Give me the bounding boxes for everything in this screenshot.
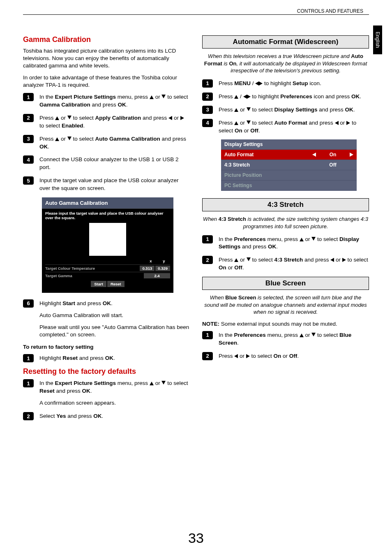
right-icon [247, 95, 251, 99]
right-icon [346, 121, 350, 125]
right-icon [246, 354, 250, 358]
af-step-1-text: Press MENU / to highlight Setup icon. [219, 79, 321, 88]
af-step-2: 2 Press / to highlight Preferences icon … [202, 93, 369, 101]
osd-row2-label: Target Gamma [45, 273, 144, 278]
step-2-text: Press or to select Apply Calibration and… [39, 114, 190, 130]
st-step-2-text: Press or to select 4:3 Stretch and press… [219, 256, 369, 272]
left-icon [312, 153, 316, 157]
left-icon [168, 116, 172, 120]
osd-col-x: x [145, 258, 157, 264]
osd2-row-picture-position: Picture Position [221, 170, 357, 181]
step-6-text: Highlight Start and press OK. Auto Gamma… [39, 299, 190, 339]
osd-row1-label: Target Colour Temperature [45, 266, 140, 271]
left-icon [335, 121, 339, 125]
right-icon [180, 116, 184, 120]
af-step-4: 4 Press or to select Auto Format and pre… [202, 119, 369, 135]
step-4: 4 Connect the USB colour analyzer to the… [23, 155, 190, 171]
af-step-2-text: Press / to highlight Preferences icon an… [219, 93, 361, 101]
page: CONTROLS AND FEATURES English Gamma Cali… [0, 0, 392, 556]
reset-step-1: 1 In the Expert Picture Settings menu, p… [23, 379, 190, 407]
section-auto-format: Automatic Format (Widescreen) [202, 35, 369, 49]
right-column: Automatic Format (Widescreen) When this … [202, 35, 369, 425]
down-icon [247, 257, 251, 261]
osd-row1-x: 0.313 [140, 266, 154, 271]
right-icon [342, 258, 346, 262]
osd2-header: Display Settings [221, 139, 357, 150]
bs-step-1: 1 In the Preferences menu, press or to s… [202, 331, 369, 347]
up-icon [300, 334, 304, 337]
up-icon [234, 108, 238, 112]
step-badge-1: 1 [202, 331, 213, 339]
reset-step-2-text: Select Yes and press OK. [39, 412, 103, 420]
step-badge-1: 1 [23, 379, 34, 387]
bs-step-1-text: In the Preferences menu, press or to sel… [219, 331, 369, 347]
breadcrumb: CONTROLS AND FEATURES [297, 8, 363, 14]
heading-gamma-calibration: Gamma Calibration [23, 35, 190, 44]
osd-col-y: y [158, 258, 170, 264]
step-badge-2: 2 [23, 412, 34, 420]
step-badge-1: 1 [202, 79, 213, 88]
step-badge-4: 4 [23, 155, 34, 164]
step-badge-5: 5 [23, 176, 34, 185]
heading-reset-defaults: Resetting to the factory defaults [23, 367, 190, 376]
step-6: 6 Highlight Start and press OK. Auto Gam… [23, 299, 190, 339]
step-2: 2 Press or to select Apply Calibration a… [23, 114, 190, 130]
step-1-text: In the Expert Picture Settings menu, pre… [39, 93, 190, 109]
content-columns: Gamma Calibration Toshiba has integrated… [23, 35, 369, 425]
down-icon [161, 95, 166, 98]
step-badge-2: 2 [23, 114, 34, 122]
up-icon [234, 95, 238, 99]
return-step-1-text: Highlight Reset and press OK. [39, 354, 115, 362]
step-badge-2: 2 [202, 93, 213, 101]
auto-format-desc: When this television receives a true Wid… [202, 53, 369, 74]
step-badge-1: 1 [202, 235, 213, 243]
down-icon [67, 137, 71, 140]
up-icon [55, 137, 59, 141]
intro-paragraph-1: Toshiba has integrated picture calibrati… [23, 47, 190, 70]
af-step-3: 3 Press or to select Display Settings an… [202, 106, 369, 114]
blue-screen-note: NOTE: Some external input sounds may not… [202, 321, 369, 327]
step-badge-3: 3 [23, 135, 34, 143]
osd-display-settings: Display Settings Auto Format On 4:3 Stre… [221, 139, 357, 191]
down-icon [67, 116, 71, 119]
bs-step-2-text: Press or to select On or Off. [219, 352, 299, 360]
bs-step-2: 2 Press or to select On or Off. [202, 352, 369, 360]
page-number: 33 [0, 530, 392, 546]
down-icon [311, 333, 316, 336]
step-5: 5 Input the target value and place the U… [23, 176, 190, 192]
right-icon [350, 153, 353, 157]
reset-step-1-text: In the Expert Picture Settings menu, pre… [39, 379, 190, 407]
step-3: 3 Press or to select Auto Gamma Calibrat… [23, 135, 190, 151]
osd-reset-button: Reset [107, 281, 125, 287]
af-step-3-text: Press or to select Display Settings and … [219, 106, 355, 114]
osd2-row-pc-settings: PC Settings [221, 181, 357, 191]
up-icon [150, 95, 154, 99]
section-blue-screen: Blue Screen [202, 277, 369, 290]
right-icon [259, 81, 263, 86]
left-icon [330, 258, 334, 262]
language-tab: English [373, 25, 382, 54]
return-step-1: 1 Highlight Reset and press OK. [23, 354, 190, 362]
up-icon [55, 116, 59, 120]
header-rule [23, 14, 369, 15]
osd-subtitle: Please input the target value and place … [42, 209, 173, 222]
blue-screen-desc: When Blue Screen is selected, the screen… [202, 294, 369, 316]
osd-start-button: Start [91, 281, 106, 287]
left-icon [234, 354, 238, 358]
step-badge-6: 6 [23, 299, 34, 308]
down-icon [161, 381, 166, 385]
step-1: 1 In the Expert Picture Settings menu, p… [23, 93, 190, 109]
st-step-1-text: In the Preferences menu, press or to sel… [219, 235, 369, 251]
step-badge-2: 2 [202, 352, 213, 360]
osd2-row-43-stretch: 4:3 Stretch Off [221, 160, 357, 170]
osd-row2-val: 2.4 [144, 273, 170, 278]
up-icon [150, 382, 154, 385]
step-badge-1: 1 [23, 354, 34, 362]
step-badge-1: 1 [23, 93, 34, 101]
up-icon [300, 238, 304, 241]
section-43-stretch: 4:3 Stretch [202, 198, 369, 211]
step-5-text: Input the target value and place the USB… [39, 176, 190, 192]
af-step-4-text: Press or to select Auto Format and press… [219, 119, 369, 135]
left-icon [255, 81, 259, 86]
osd-auto-gamma: Auto Gamma Calibration Please input the … [42, 197, 173, 293]
